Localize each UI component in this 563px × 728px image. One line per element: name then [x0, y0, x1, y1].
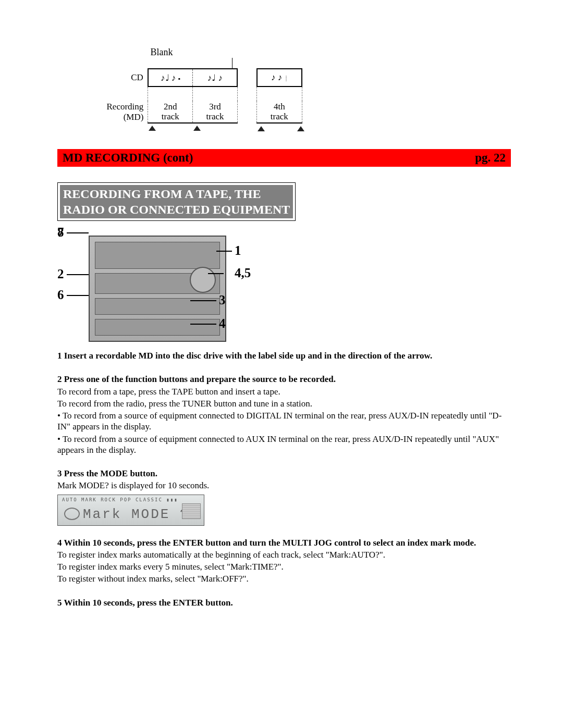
callout-4: 4 [219, 316, 226, 331]
track-3: 3rd track [193, 101, 238, 123]
step-4a: To register index marks automatically at… [57, 549, 511, 560]
cd-row-label: CD [94, 69, 148, 87]
step-1: 1 Insert a recordable MD into the disc d… [57, 350, 511, 361]
blank-label: Blank [141, 47, 182, 58]
lcd-main-text: Mark MODE ? [83, 507, 190, 522]
step-3a: Mark MODE? is displayed for 10 seconds. [57, 480, 511, 491]
md-row-label: Recording (MD) [94, 101, 148, 123]
cd-md-diagram: Blank CD ♪♩ ♪ ▪ ♪♩ ♪ ♪ ♪ ┊ Recording (MD… [94, 47, 302, 133]
callout-2: 2 [57, 267, 64, 281]
step-4b: To register index marks every 5 minutes,… [57, 561, 511, 572]
callout-7: 7 [57, 225, 64, 240]
step-4c: To register without index marks, select … [57, 573, 511, 584]
lcd-display: AUTO MARK ROCK POP CLASSIC ▮▮▮ Mark MODE… [57, 495, 204, 526]
step-4: 4 Within 10 seconds, press the ENTER but… [57, 537, 511, 548]
equipment-diagram: 8 7 2 6 1 4,5 3 4 [57, 225, 261, 340]
marker-icon [149, 126, 156, 131]
cd-segment-3: ♪ ♪ [271, 72, 282, 82]
page-banner: MD RECORDING (cont) pg. 22 [57, 149, 511, 167]
step-5: 5 Within 10 seconds, press the ENTER but… [57, 597, 511, 608]
step-3: 3 Press the MODE button. [57, 468, 511, 479]
callout-45: 4,5 [235, 266, 251, 280]
lcd-top-icons: AUTO MARK ROCK POP CLASSIC ▮▮▮ [62, 497, 178, 502]
callout-3: 3 [219, 293, 226, 307]
cd-segment-2: ♪♩ ♪ [207, 73, 223, 83]
step-2a: To record from a tape, press the TAPE bu… [57, 386, 511, 397]
banner-page: pg. 22 [475, 151, 506, 165]
cd-segment-1: ♪♩ ♪ [161, 73, 176, 83]
step-2c: • To record from a source of equipment c… [57, 410, 511, 433]
step-2b: To record from the radio, press the TUNE… [57, 398, 511, 409]
callout-6: 6 [57, 288, 64, 302]
section-title: RECORDING FROM A TAPE, THE RADIO OR CONN… [57, 182, 296, 221]
lcd-meter-icon [182, 503, 201, 519]
disc-icon [64, 508, 80, 520]
marker-icon [297, 126, 304, 131]
step-2d: • To record from a source of equipment c… [57, 434, 511, 456]
step-2: 2 Press one of the function buttons and … [57, 374, 511, 385]
track-2: 2nd track [148, 101, 193, 123]
callout-1: 1 [235, 243, 241, 258]
section-title-text: RECORDING FROM A TAPE, THE RADIO OR CONN… [60, 185, 293, 218]
marker-icon [258, 126, 265, 131]
track-4: 4th track [257, 101, 302, 123]
banner-title: MD RECORDING (cont) [63, 151, 193, 165]
marker-icon [193, 126, 201, 131]
